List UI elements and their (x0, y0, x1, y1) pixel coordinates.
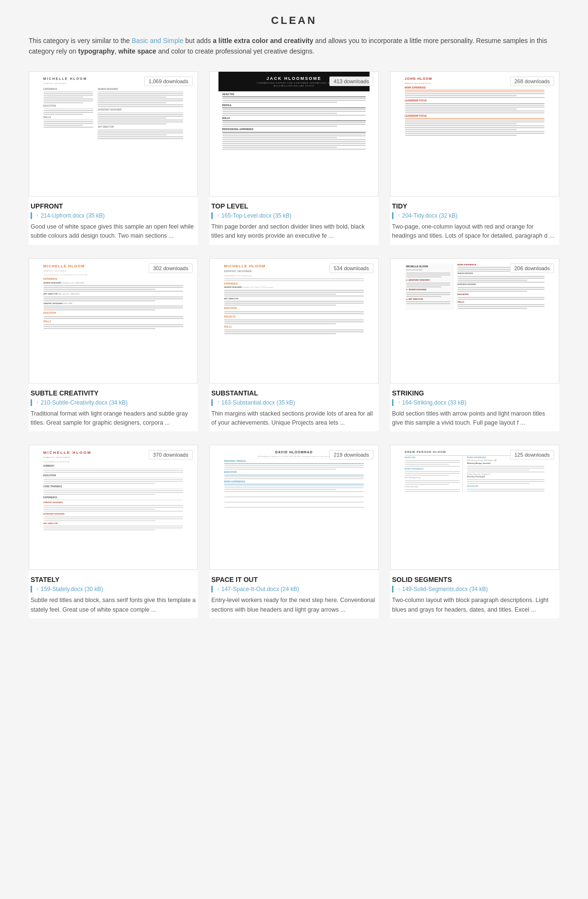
card-desc-space-it-out: Entry-level workers ready for the next s… (211, 596, 377, 614)
download-badge-upfront: 1,069 downloads (144, 77, 193, 86)
resume-preview-solid-segments[interactable]: DREW PERSON HLOOM Objective Work Experie… (391, 445, 559, 570)
accent-bar-upfront (31, 212, 32, 219)
accent-bar-space-it-out (211, 586, 213, 592)
resume-preview-space-it-out[interactable]: DAVID HLOOMRAD 124 Park Avenue, Hoboken … (210, 445, 378, 570)
resume-grid: 1,069 downloads MICHELLE HLOOM GRAPHIC D… (29, 71, 559, 618)
resume-preview-upfront[interactable]: MICHELLE HLOOM GRAPHIC DESIGNER EXPERIEN… (29, 72, 197, 196)
card-preview-stately[interactable]: 370 downloads MICHELLE HLOOM GRAPHIC DES… (29, 445, 198, 570)
file-icon-stately: ↑ (36, 587, 39, 592)
file-icon-tidy: ↑ (398, 213, 400, 218)
file-download-striking[interactable]: 164-Striking.docx (33 kB) (402, 399, 467, 406)
card-desc-solid-segments: Two-column layout with block paragraph d… (392, 596, 557, 614)
download-badge-stately: 370 downloads (149, 450, 193, 460)
accent-bar-solid-segments (392, 586, 393, 592)
card-info-stately: STATELY ↑ 159-Stately.docx (30 kB) Subtl… (29, 570, 198, 618)
card-file-link-top-level[interactable]: ↑ 165-Top-Level.docx (35 kB) (211, 212, 377, 219)
accent-bar-tidy (392, 212, 393, 219)
accent-bar-subtle-creativity (31, 399, 32, 406)
card-desc-striking: Bold section titles with arrow points an… (392, 409, 557, 428)
file-icon-substantial: ↑ (217, 400, 219, 405)
resume-card-space-it-out: 219 downloads DAVID HLOOMRAD 124 Park Av… (209, 445, 379, 618)
resume-card-striking: 206 downloads MICHELLE HLOOM WORK EXPERI… (390, 258, 559, 432)
resume-preview-stately[interactable]: MICHELLE HLOOM GRAPHIC DESIGNER info@mic… (29, 445, 197, 570)
card-title-tidy: TIDY (392, 202, 557, 210)
page-wrapper: CLEAN This category is very similar to t… (0, 0, 588, 637)
file-download-solid-segments[interactable]: 149-Solid-Segments.docx (34 kB) (402, 586, 488, 592)
download-badge-space-it-out: 219 downloads (329, 450, 373, 460)
card-desc-subtle-creativity: Traditional format with light orange hea… (31, 409, 196, 428)
card-preview-space-it-out[interactable]: 219 downloads DAVID HLOOMRAD 124 Park Av… (209, 445, 379, 570)
resume-card-solid-segments: 125 downloads DREW PERSON HLOOM Objectiv… (390, 445, 559, 618)
download-badge-subtle-creativity: 302 downloads (149, 263, 193, 273)
card-file-link-upfront[interactable]: ↑ 214-Upfront.docx (35 kB) (31, 212, 196, 219)
card-info-top-level: TOP LEVEL ↑ 165-Top-Level.docx (35 kB) T… (209, 197, 379, 245)
download-badge-top-level: 413 downloads (329, 77, 373, 86)
page-title: CLEAN (29, 14, 559, 27)
intro-text: This category is very similar to the Bas… (29, 35, 559, 57)
card-file-link-subtle-creativity[interactable]: ↑ 210-Subtle-Creativity.docx (34 kB) (31, 399, 196, 406)
file-icon-solid-segments: ↑ (398, 587, 400, 592)
resume-preview-tidy[interactable]: JOHN HLOOM MARKETING DIRECTOR WORK EXPER… (391, 72, 559, 196)
file-download-stately[interactable]: 159-Stately.docx (30 kB) (41, 586, 103, 592)
card-desc-top-level: Thin page border and section divider lin… (211, 222, 377, 241)
resume-preview-substantial[interactable]: MICHELLE HLOOM GRAPHIC DESIGNER info@mic… (210, 259, 378, 383)
card-desc-tidy: Two-page, one-column layout with red and… (392, 222, 557, 241)
card-title-stately: STATELY (31, 576, 196, 583)
card-info-space-it-out: SPACE IT OUT ↑ 147-Space-It-Out.docx (24… (209, 570, 379, 618)
card-file-link-solid-segments[interactable]: ↑ 149-Solid-Segments.docx (34 kB) (392, 586, 557, 592)
resume-card-tidy: 268 downloads JOHN HLOOM MARKETING DIREC… (390, 71, 559, 245)
card-title-solid-segments: SOLID SEGMENTS (392, 576, 557, 583)
card-preview-tidy[interactable]: 268 downloads JOHN HLOOM MARKETING DIREC… (390, 71, 559, 197)
resume-card-top-level: 413 downloads JACK HLOOMSOME TURNAROUND … (209, 71, 379, 245)
card-info-substantial: SUBSTANTIAL ↑ 163-Substantial.docx (35 k… (209, 384, 379, 432)
download-badge-solid-segments: 125 downloads (510, 450, 554, 460)
accent-bar-striking (392, 399, 393, 406)
card-desc-upfront: Good use of white space gives this sampl… (31, 222, 196, 241)
card-info-subtle-creativity: SUBTLE CREATIVITY ↑ 210-Subtle-Creativit… (29, 384, 198, 432)
card-desc-stately: Subtle red titles and block, sans serif … (31, 596, 196, 614)
card-info-solid-segments: SOLID SEGMENTS ↑ 149-Solid-Segments.docx… (390, 570, 559, 618)
resume-card-upfront: 1,069 downloads MICHELLE HLOOM GRAPHIC D… (29, 71, 198, 245)
card-title-top-level: TOP LEVEL (211, 202, 377, 210)
accent-bar-stately (31, 586, 32, 592)
card-title-striking: STRIKING (392, 389, 557, 397)
card-info-striking: STRIKING ↑ 164-Striking.docx (33 kB) Bol… (390, 384, 559, 432)
card-title-space-it-out: SPACE IT OUT (211, 576, 377, 583)
file-download-upfront[interactable]: 214-Upfront.docx (35 kB) (41, 212, 105, 219)
card-title-upfront: UPFRONT (31, 202, 196, 210)
file-download-top-level[interactable]: 165-Top-Level.docx (35 kB) (221, 212, 292, 219)
card-preview-upfront[interactable]: 1,069 downloads MICHELLE HLOOM GRAPHIC D… (29, 71, 198, 197)
card-info-tidy: TIDY ↑ 204-Tidy.docx (32 kB) Two-page, o… (390, 197, 559, 245)
card-file-link-substantial[interactable]: ↑ 163-Substantial.docx (35 kB) (211, 399, 377, 406)
card-info-upfront: UPFRONT ↑ 214-Upfront.docx (35 kB) Good … (29, 197, 198, 245)
card-preview-striking[interactable]: 206 downloads MICHELLE HLOOM WORK EXPERI… (390, 258, 559, 384)
file-icon-subtle-creativity: ↑ (36, 400, 39, 405)
file-icon-upfront: ↑ (36, 213, 39, 218)
file-download-space-it-out[interactable]: 147-Space-It-Out.docx (24 kB) (221, 586, 299, 592)
resume-card-subtle-creativity: 302 downloads MICHELLE HLOOM GRAPHIC DES… (29, 258, 198, 432)
resume-preview-striking[interactable]: MICHELLE HLOOM WORK EXPERIENCE ► ASSISTA… (391, 259, 559, 383)
file-icon-top-level: ↑ (217, 213, 219, 218)
card-file-link-space-it-out[interactable]: ↑ 147-Space-It-Out.docx (24 kB) (211, 586, 377, 592)
file-download-subtle-creativity[interactable]: 210-Subtle-Creativity.docx (34 kB) (41, 399, 128, 406)
card-file-link-tidy[interactable]: ↑ 204-Tidy.docx (32 kB) (392, 212, 557, 219)
download-badge-substantial: 534 downloads (329, 263, 373, 273)
resume-preview-top-level[interactable]: JACK HLOOMSOME TURNAROUND EXPERT FOR CUS… (210, 72, 378, 196)
file-download-substantial[interactable]: 163-Substantial.docx (35 kB) (221, 399, 295, 406)
resume-preview-subtle-creativity[interactable]: MICHELLE HLOOM GRAPHIC DESIGNER info@mic… (29, 259, 197, 383)
card-title-subtle-creativity: SUBTLE CREATIVITY (31, 389, 196, 397)
card-file-link-striking[interactable]: ↑ 164-Striking.docx (33 kB) (392, 399, 557, 406)
file-download-tidy[interactable]: 204-Tidy.docx (32 kB) (402, 212, 457, 219)
basic-simple-link[interactable]: Basic and Simple (132, 37, 184, 44)
download-badge-striking: 206 downloads (510, 263, 554, 273)
card-preview-solid-segments[interactable]: 125 downloads DREW PERSON HLOOM Objectiv… (390, 445, 559, 570)
card-title-substantial: SUBSTANTIAL (211, 389, 377, 397)
card-preview-subtle-creativity[interactable]: 302 downloads MICHELLE HLOOM GRAPHIC DES… (29, 258, 198, 384)
file-icon-space-it-out: ↑ (217, 587, 219, 592)
card-preview-substantial[interactable]: 534 downloads MICHELLE HLOOM GRAPHIC DES… (209, 258, 379, 384)
resume-card-substantial: 534 downloads MICHELLE HLOOM GRAPHIC DES… (209, 258, 379, 432)
card-file-link-stately[interactable]: ↑ 159-Stately.docx (30 kB) (31, 586, 196, 592)
card-preview-top-level[interactable]: 413 downloads JACK HLOOMSOME TURNAROUND … (209, 71, 379, 197)
accent-bar-top-level (211, 212, 213, 219)
file-icon-striking: ↑ (398, 400, 400, 405)
